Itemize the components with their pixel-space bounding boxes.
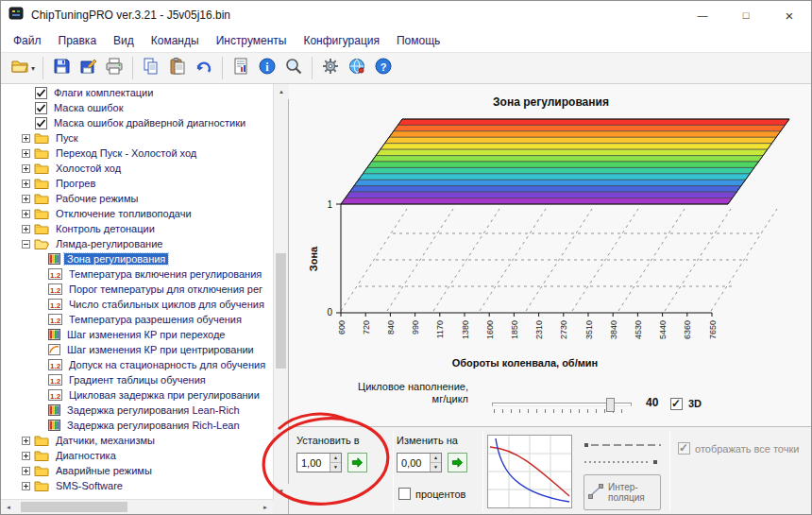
tree-item[interactable]: 1.2Цикловая задержка при регулировании	[1, 387, 273, 403]
tree-item[interactable]: 1.2Число стабильных циклов для обучения	[1, 297, 273, 312]
tree-item[interactable]: Контроль детонации	[1, 221, 273, 236]
3d-checkbox[interactable]	[670, 398, 683, 410]
tree-item[interactable]: Прогрев	[1, 176, 273, 191]
tree-item[interactable]: 1.2Температура разрешения обучения	[1, 312, 273, 327]
collapse-icon[interactable]	[22, 240, 30, 249]
expand-icon[interactable]	[22, 195, 30, 203]
tree-item[interactable]: Переход Пуск - Холостой ход	[1, 146, 273, 161]
tree-item-label[interactable]: Датчики, механизмы	[53, 435, 158, 446]
tree-item[interactable]: Зона регулирования	[1, 251, 273, 266]
tree-item[interactable]: Аварийные режимы	[1, 463, 273, 478]
scroll-down-arrow[interactable]: ▼	[274, 484, 289, 499]
expand-icon[interactable]	[22, 467, 30, 475]
apply-set-button[interactable]	[347, 453, 367, 472]
menu-item-6[interactable]: Помощь	[388, 31, 448, 50]
curve-preview[interactable]	[487, 435, 572, 508]
report-button[interactable]	[228, 55, 254, 81]
scroll-left-arrow[interactable]: ◄	[1, 500, 16, 515]
slider-thumb[interactable]	[606, 398, 615, 412]
tree-vertical-scrollbar[interactable]: ▲ ▼	[273, 84, 288, 499]
tree-item[interactable]: 1.2Порог температуры для отключения рег	[1, 282, 273, 297]
tree-item[interactable]: Маска ошибок	[1, 100, 273, 115]
tree-item[interactable]: Задержка регулирования Rich-Lean	[1, 418, 273, 433]
tree-item-label[interactable]: Зона регулирования	[64, 253, 168, 265]
tree-item[interactable]: Задержка регулирования Lean-Rich	[1, 403, 273, 418]
tree-item-label[interactable]: Холостой ход	[53, 163, 124, 174]
scroll-track[interactable]	[274, 99, 288, 484]
expand-icon[interactable]	[22, 437, 30, 445]
tree-item-label[interactable]: Задержка регулирования Lean-Rich	[64, 404, 243, 416]
save-button[interactable]	[48, 55, 75, 81]
tree-item[interactable]: Диагностика	[1, 448, 273, 463]
tree-item[interactable]: SMS-Software	[1, 478, 273, 493]
expand-icon[interactable]	[22, 180, 30, 188]
menu-item-3[interactable]: Команды	[143, 31, 208, 50]
tree-item[interactable]: Холостой ход	[1, 161, 273, 176]
interpolation-button[interactable]: Интер-поляция	[584, 474, 661, 510]
tree-item[interactable]: Шаг изменения КР при центрировании	[1, 342, 273, 357]
show-all-points-checkbox[interactable]	[678, 442, 690, 455]
expand-icon[interactable]	[22, 482, 30, 490]
tree-item-label[interactable]: Лямда-регулирование	[53, 238, 165, 249]
scroll-track-horizontal[interactable]	[16, 500, 258, 514]
network-button[interactable]	[344, 55, 370, 81]
set-to-value[interactable]: 1,00	[297, 454, 330, 472]
copy-button[interactable]	[138, 55, 164, 81]
scroll-thumb[interactable]	[276, 253, 286, 369]
minimize-button[interactable]: —	[681, 1, 724, 29]
menu-item-4[interactable]: Инструменты	[208, 31, 296, 50]
tree-item[interactable]: Шаг изменения КР при переходе	[1, 327, 273, 342]
tree-item-label[interactable]: Температура включения регулирования	[66, 268, 264, 280]
scroll-right-arrow[interactable]: ►	[258, 500, 273, 515]
expand-icon[interactable]	[22, 149, 30, 158]
change-by-value[interactable]: 0,00	[398, 454, 430, 472]
tree-item-label[interactable]: Задержка регулирования Rich-Lean	[64, 420, 243, 431]
line-style-option-2[interactable]	[584, 454, 663, 471]
tree-item[interactable]: Флаги комплектации	[1, 85, 273, 100]
tree-item-label[interactable]: Рабочие режимы	[53, 193, 141, 204]
expand-icon[interactable]	[22, 164, 30, 173]
apply-change-button[interactable]	[448, 453, 467, 472]
settings-button[interactable]	[317, 55, 344, 81]
tree-item-label[interactable]: Маска ошибок	[51, 102, 126, 113]
tree-item[interactable]: 1.2Градиент таблицы обучения	[1, 372, 273, 387]
tree-item[interactable]: Датчики, механизмы	[1, 433, 273, 448]
scroll-up-arrow[interactable]: ▲	[274, 84, 289, 99]
tree-item-label[interactable]: Аварийные режимы	[53, 465, 155, 476]
menu-item-2[interactable]: Вид	[105, 31, 143, 50]
tree-item-label[interactable]: Пуск	[53, 132, 81, 144]
tree-item-label[interactable]: Цикловая задержка при регулировании	[66, 389, 262, 401]
undo-button[interactable]	[191, 55, 217, 81]
menu-item-0[interactable]: Файл	[5, 31, 50, 50]
print-button[interactable]	[101, 55, 127, 81]
change-by-spinedit[interactable]: 0,00 ▲▼	[397, 453, 442, 472]
set-to-spinedit[interactable]: 1,00 ▲▼	[296, 453, 342, 472]
spin-down-button[interactable]: ▼	[330, 463, 341, 472]
tree-item-label[interactable]: Переход Пуск - Холостой ход	[53, 147, 199, 159]
expand-icon[interactable]	[22, 452, 30, 460]
tree-item-label[interactable]: Температура разрешения обучения	[66, 314, 245, 325]
spin-down-button[interactable]: ▼	[431, 463, 441, 472]
menu-item-1[interactable]: Правка	[50, 31, 106, 50]
tree-item-label[interactable]: Маска ошибок драйверной диагностики	[51, 117, 248, 129]
expand-icon[interactable]	[22, 225, 30, 233]
tree-item[interactable]: Пуск	[1, 130, 273, 146]
menu-item-5[interactable]: Конфигурация	[295, 31, 388, 50]
tree-item[interactable]: Лямда-регулирование	[1, 236, 273, 251]
zoom-button[interactable]	[280, 55, 307, 81]
tree-horizontal-scrollbar[interactable]: ◄ ►	[1, 499, 273, 514]
tree-item-label[interactable]: SMS-Software	[53, 480, 126, 491]
tree-item-label[interactable]: Диагностика	[53, 450, 119, 461]
maximize-button[interactable]: □	[724, 1, 768, 29]
line-style-option-1[interactable]	[584, 437, 663, 454]
tree-item[interactable]: Маска ошибок драйверной диагностики	[1, 115, 273, 130]
paste-button[interactable]	[164, 55, 191, 81]
scroll-thumb-horizontal[interactable]	[21, 502, 127, 512]
open-button[interactable]	[7, 55, 33, 81]
tree-item[interactable]: 1.2Температура включения регулирования	[1, 266, 273, 282]
tree-item[interactable]: Отключение топливоподачи	[1, 206, 273, 221]
spin-up-button[interactable]: ▲	[330, 454, 341, 463]
tree-item-label[interactable]: Шаг изменения КР при центрировании	[64, 344, 257, 355]
tree-item-label[interactable]: Порог температуры для отключения рег	[66, 283, 265, 295]
tree-item-label[interactable]: Градиент таблицы обучения	[66, 374, 209, 386]
